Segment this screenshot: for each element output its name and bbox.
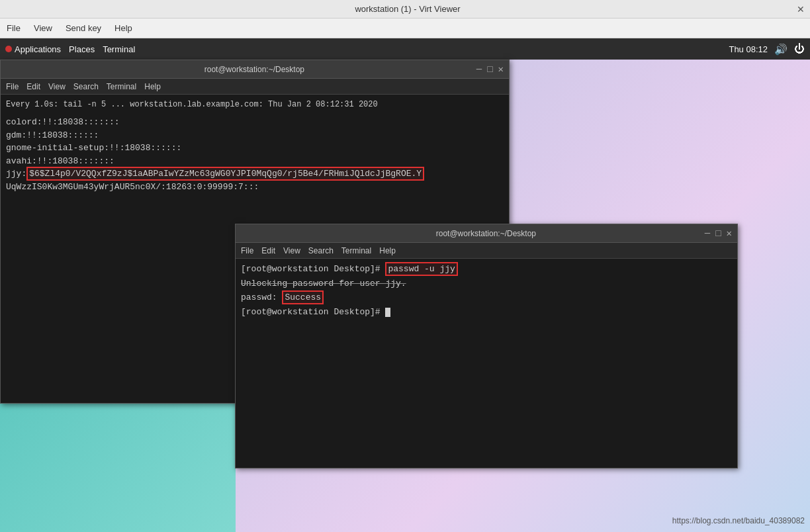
t2-menu-search[interactable]: Search <box>308 246 334 255</box>
gnome-logo <box>5 46 12 52</box>
t1-line6: avahi:!!:18038::::::: <box>6 155 504 168</box>
terminal-1-close[interactable]: ✕ <box>498 64 504 75</box>
terminal-1-title: root@workstation:~/Desktop <box>32 65 476 74</box>
t1-line4: gdm:!!:18038:::::: <box>6 129 504 142</box>
gnome-bar-left: Applications Places Terminal <box>5 44 135 54</box>
terminal-1-minimize[interactable]: ─ <box>476 64 482 75</box>
t2-line3: passwd: Success <box>241 291 732 304</box>
terminal-window-2: root@workstation:~/Desktop ─ □ ✕ File Ed… <box>235 224 738 468</box>
terminal-2-content: [root@workstation Desktop]# passwd -u jj… <box>236 259 737 322</box>
applications-label: Applications <box>15 44 61 54</box>
desktop: root@workstation:~/Desktop ─ □ ✕ File Ed… <box>0 60 810 532</box>
terminal-2-maximize[interactable]: □ <box>715 228 721 239</box>
t2-cmd1: passwd -u jjy <box>385 262 457 276</box>
t1-menu-terminal[interactable]: Terminal <box>107 82 136 91</box>
t2-menu-file[interactable]: File <box>241 246 253 255</box>
t2-line2: Unlocking password for user jjy. <box>241 277 732 290</box>
t2-menu-edit[interactable]: Edit <box>261 246 275 255</box>
t1-menu-help[interactable]: Help <box>144 82 161 91</box>
desktop-bg-teal <box>0 393 236 532</box>
terminal-1-content: Every 1.0s: tail -n 5 ... workstation.la… <box>1 95 509 197</box>
t2-menu-help[interactable]: Help <box>379 246 396 255</box>
menubar-view[interactable]: View <box>31 22 55 34</box>
t2-prompt1: [root@workstation Desktop]# <box>241 264 381 274</box>
terminal-1-maximize[interactable]: □ <box>487 64 492 75</box>
t1-line7-highlight: $6$Zl4p0/V2QQxfZ9zJ$1aABPaIwYZzMc63gWG0Y… <box>26 167 424 181</box>
terminal-menu[interactable]: Terminal <box>103 44 135 54</box>
t1-line7: jjy:$6$Zl4p0/V2QQxfZ9zJ$1aABPaIwYZzMc63g… <box>6 167 504 181</box>
places-menu[interactable]: Places <box>69 44 95 54</box>
t1-line5: gnome-initial-setup:!!:18038:::::: <box>6 142 504 155</box>
t1-menu-view[interactable]: View <box>48 82 66 91</box>
terminal-1-menubar: File Edit View Search Terminal Help <box>1 79 509 95</box>
t2-line4: [root@workstation Desktop]# <box>241 306 732 319</box>
power-icon[interactable]: ⏻ <box>794 43 805 55</box>
t1-line1: Every 1.0s: tail -n 5 ... workstation.la… <box>6 99 504 111</box>
applications-menu[interactable]: Applications <box>5 44 61 54</box>
t2-menu-terminal[interactable]: Terminal <box>341 246 371 255</box>
title-bar-close[interactable]: ✕ <box>797 4 805 15</box>
terminal-2-minimize[interactable]: ─ <box>705 228 710 239</box>
terminal-2-titlebar: root@workstation:~/Desktop ─ □ ✕ <box>236 224 737 243</box>
terminal-1-controls: ─ □ ✕ <box>476 64 504 75</box>
gnome-topbar: Applications Places Terminal Thu 08:12 🔊… <box>0 38 810 60</box>
t1-line8: UqWzzIS0Kw3MGUm43yWrjAUR5nc0X/:18263:0:9… <box>6 181 504 194</box>
t1-menu-edit[interactable]: Edit <box>26 82 40 91</box>
t1-menu-file[interactable]: File <box>6 82 19 91</box>
t1-line7-prefix: jjy: <box>6 169 26 179</box>
t2-line3-prefix: passwd: <box>241 292 282 302</box>
t2-cursor <box>385 308 390 317</box>
t1-line3: colord:!!:18038::::::: <box>6 116 504 129</box>
terminal-2-close[interactable]: ✕ <box>727 228 732 239</box>
t2-success: Success <box>282 290 324 304</box>
terminal-2-menubar: File Edit View Search Terminal Help <box>236 243 737 259</box>
title-bar-title: workstation (1) - Virt Viewer <box>19 4 797 14</box>
t2-prompt4: [root@workstation Desktop]# <box>241 307 381 317</box>
virt-viewer-menubar: File View Send key Help <box>0 19 810 38</box>
title-bar: workstation (1) - Virt Viewer ✕ <box>0 0 810 19</box>
sound-icon: 🔊 <box>774 43 788 56</box>
terminal-2-controls: ─ □ ✕ <box>705 228 732 239</box>
menubar-help[interactable]: Help <box>112 22 135 34</box>
menubar-file[interactable]: File <box>4 22 23 34</box>
t2-menu-view[interactable]: View <box>283 246 300 255</box>
terminal-2-title: root@workstation:~/Desktop <box>267 229 705 238</box>
clock: Thu 08:12 <box>729 44 768 54</box>
t1-menu-search[interactable]: Search <box>73 82 99 91</box>
watermark: https://blog.csdn.net/baidu_40389082 <box>672 516 805 525</box>
t2-line1: [root@workstation Desktop]# passwd -u jj… <box>241 263 732 276</box>
terminal-1-titlebar: root@workstation:~/Desktop ─ □ ✕ <box>1 60 509 79</box>
menubar-sendkey[interactable]: Send key <box>63 22 104 34</box>
gnome-bar-right: Thu 08:12 🔊 ⏻ <box>729 43 805 56</box>
